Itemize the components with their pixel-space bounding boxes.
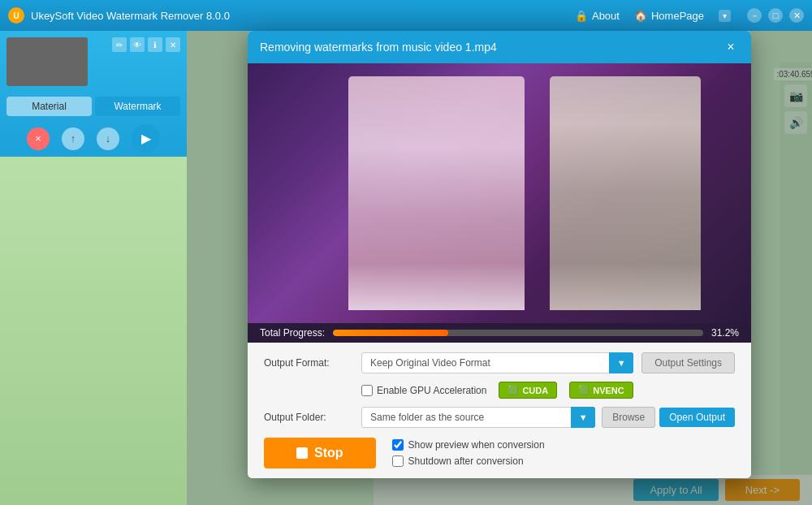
home-icon: 🏠 <box>634 10 647 22</box>
video-scene <box>248 63 751 323</box>
preview-checkbox[interactable] <box>392 439 404 451</box>
nav-homepage[interactable]: 🏠 HomePage <box>634 10 704 22</box>
show-preview-label[interactable]: Show preview when conversion <box>408 439 545 451</box>
nav-about[interactable]: 🔒 About <box>575 10 620 22</box>
video-thumbnail <box>6 37 88 86</box>
move-down-button[interactable]: ↓ <box>97 127 119 150</box>
nvenc-label: NVENC <box>593 386 624 395</box>
dialog-header: Removing watermarks from music video 1.m… <box>248 31 751 63</box>
conversion-dialog: Removing watermarks from music video 1.m… <box>248 31 751 478</box>
output-settings-button[interactable]: Output Settings <box>641 352 735 373</box>
dialog-close-button[interactable]: × <box>723 39 739 55</box>
progress-bar-area: Total Progress: 31.2% <box>248 323 751 343</box>
stop-icon <box>296 447 308 459</box>
content-area: :03:40.659 📷 🔊 Removing watermarks from … <box>187 31 812 505</box>
output-format-row: Output Format: Keep Original Video Forma… <box>264 352 735 373</box>
bottom-action-row: Stop Show preview when conversion Shutdo… <box>264 438 735 468</box>
gpu-checkbox-wrap: Enable GPU Acceleration <box>361 385 486 396</box>
cuda-label: CUDA <box>522 386 548 395</box>
show-preview-option: Show preview when conversion <box>392 439 545 451</box>
progress-fill <box>333 330 448 336</box>
cuda-icon: 🟩 <box>508 385 519 395</box>
tab-watermark[interactable]: Watermark <box>95 97 180 116</box>
gpu-row: Enable GPU Acceleration 🟩 CUDA 🟩 NVENC <box>264 382 735 399</box>
shutdown-checkbox[interactable] <box>392 455 404 467</box>
eye-icon-btn[interactable]: 👁 <box>130 37 145 52</box>
browse-button[interactable]: Browse <box>602 407 655 428</box>
maximize-button[interactable]: □ <box>768 8 783 23</box>
titlebar: U UkeySoft Video Watermark Remover 8.0.0… <box>0 0 812 31</box>
dialog-overlay: Removing watermarks from music video 1.m… <box>187 31 812 505</box>
shutdown-option: Shutdown after conversion <box>392 455 545 467</box>
edit-icon-btn[interactable]: ✏ <box>112 37 127 52</box>
nvenc-badge[interactable]: 🟩 NVENC <box>569 382 633 399</box>
dropdown-arrow: ▾ <box>723 11 727 20</box>
close-button[interactable]: ✕ <box>789 8 804 23</box>
gpu-checkbox[interactable] <box>361 385 373 396</box>
sidebar-actions: × ↑ ↓ ▶ <box>0 120 187 157</box>
sidebar-top: ✏ 👁 ℹ ✕ <box>0 31 187 93</box>
about-label: About <box>592 10 620 22</box>
right-options: Show preview when conversion Shutdown af… <box>392 439 545 467</box>
video-preview <box>248 63 751 323</box>
cuda-badge[interactable]: 🟩 CUDA <box>499 382 557 399</box>
nvenc-icon: 🟩 <box>578 385 590 395</box>
material-tab-label: Material <box>32 101 67 112</box>
format-select[interactable]: Keep Original Video Format <box>361 352 633 373</box>
move-up-button[interactable]: ↑ <box>62 127 84 150</box>
stop-label: Stop <box>314 446 343 460</box>
progress-percentage: 31.2% <box>711 327 739 339</box>
stop-button[interactable]: Stop <box>264 438 376 468</box>
delete-button[interactable]: × <box>27 127 50 150</box>
info-icon-btn[interactable]: ℹ <box>148 37 162 52</box>
video-background <box>248 63 751 323</box>
app-title: UkeySoft Video Watermark Remover 8.0.0 <box>31 10 575 22</box>
sidebar-content <box>0 157 187 505</box>
titlebar-nav: 🔒 About 🏠 HomePage ▾ <box>575 10 731 22</box>
shutdown-label[interactable]: Shutdown after conversion <box>408 455 524 467</box>
folder-select[interactable]: Same folder as the source <box>361 407 595 428</box>
lock-icon: 🔒 <box>575 10 588 22</box>
watermark-tab-label: Watermark <box>114 101 161 112</box>
output-folder-label: Output Folder: <box>264 412 361 423</box>
tab-material[interactable]: Material <box>6 97 92 116</box>
open-output-button[interactable]: Open Output <box>659 408 735 427</box>
window-controls: － □ ✕ <box>747 8 804 23</box>
homepage-label: HomePage <box>651 10 704 22</box>
gpu-label[interactable]: Enable GPU Acceleration <box>377 385 486 396</box>
nav-dropdown[interactable]: ▾ <box>719 10 731 22</box>
progress-track <box>333 330 703 336</box>
format-select-wrapper: Keep Original Video Format ▼ <box>361 352 633 373</box>
folder-select-wrapper: Same folder as the source ▼ <box>361 407 595 428</box>
minimize-button[interactable]: － <box>747 8 762 23</box>
output-format-label: Output Format: <box>264 357 361 369</box>
dialog-title: Removing watermarks from music video 1.m… <box>260 41 497 54</box>
main-layout: ✏ 👁 ℹ ✕ Material Watermark × ↑ ↓ <box>0 31 812 505</box>
sidebar-tabs: Material Watermark <box>6 97 180 116</box>
app-logo: U <box>8 7 24 24</box>
progress-label: Total Progress: <box>260 327 325 339</box>
play-button[interactable]: ▶ <box>132 124 160 153</box>
sidebar-icon-group: ✏ 👁 ℹ ✕ <box>112 37 180 52</box>
logo-letter: U <box>13 11 19 20</box>
close-icon-btn[interactable]: ✕ <box>166 37 180 52</box>
sidebar: ✏ 👁 ℹ ✕ Material Watermark × ↑ ↓ <box>0 31 187 505</box>
dialog-controls: Output Format: Keep Original Video Forma… <box>248 343 751 478</box>
output-folder-row: Output Folder: Same folder as the source… <box>264 407 735 428</box>
